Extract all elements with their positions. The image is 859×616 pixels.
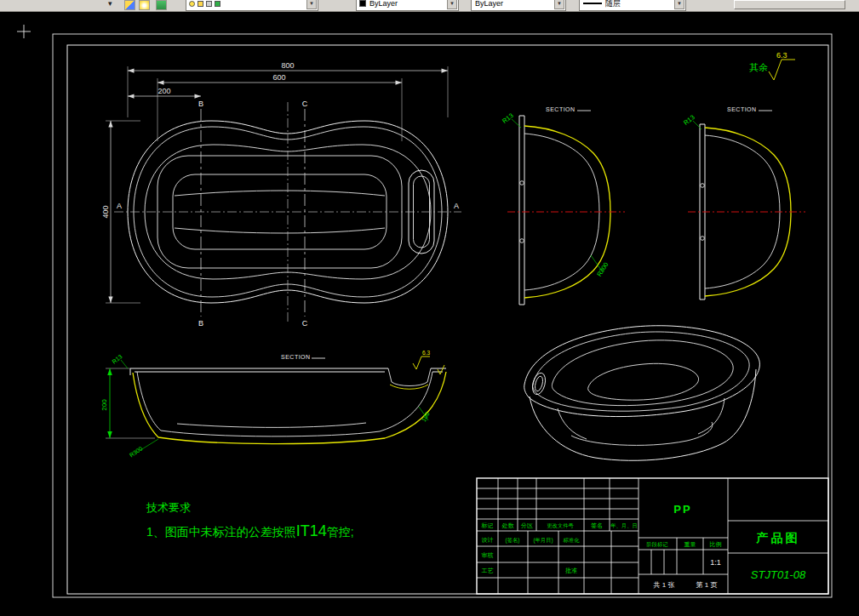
- lineweight-combo-value: 随层: [602, 0, 621, 9]
- label-sign2: (签名): [506, 537, 520, 544]
- sheet-page: 第 1 页: [696, 581, 718, 589]
- surplus-label: 其余: [749, 62, 768, 72]
- section-marker-a: A: [117, 202, 122, 210]
- section-label: SECTION: [727, 106, 757, 112]
- color-combo-value: ByLayer: [366, 0, 398, 8]
- roughness-value: 6.3: [776, 51, 787, 60]
- color-swatch: [359, 0, 366, 7]
- drawing-number: STJT01-08: [751, 568, 806, 581]
- label-count: 处数: [502, 522, 515, 529]
- layer-on-icon: [189, 1, 195, 7]
- make-layer-current-icon[interactable]: [156, 0, 167, 10]
- drawing-canvas[interactable]: A A B B C C 800 600 200 400 SECTION: [0, 11, 859, 616]
- section-marker-c: C: [302, 100, 308, 108]
- tech-title: 技术要求: [146, 501, 191, 514]
- chevron-down-icon[interactable]: ▼: [674, 0, 684, 9]
- label-change-file: 更改文件号: [547, 522, 574, 528]
- section-label: SECTION: [281, 354, 311, 360]
- dim-400: 400: [101, 205, 110, 218]
- chevron-down-icon[interactable]: ▼: [306, 0, 317, 9]
- drawing-title: 产品图: [756, 531, 800, 545]
- dim-200: 200: [157, 87, 170, 95]
- label-approve: 批准: [565, 568, 577, 574]
- model-space-background[interactable]: [0, 11, 859, 616]
- layer-color-swatch: [215, 1, 220, 7]
- label-scale: 比例: [710, 541, 722, 548]
- dim-600: 600: [272, 73, 285, 82]
- label-zone: 分区: [520, 522, 533, 528]
- section-marker-b: B: [198, 100, 203, 108]
- label-sign: 签名: [591, 522, 603, 529]
- sheet-total: 共 1 张: [654, 581, 675, 589]
- label-craft: 工艺: [482, 568, 494, 573]
- roughness-value: 6.3: [422, 350, 430, 356]
- color-combo[interactable]: ByLayer ▼: [356, 0, 459, 11]
- section-marker-b: B: [198, 319, 203, 328]
- layer-lock-icon: [206, 1, 212, 7]
- tech-item-1: 1、图面中未标注的公差按照IT14管控;: [146, 522, 354, 539]
- toolbar: ▾ ▼ ByLayer ▼ ByLayer ▼ 随层 ▼: [0, 0, 859, 12]
- label-design: 设计: [482, 537, 494, 543]
- section-marker-c: C: [302, 319, 308, 328]
- layer-thaw-icon: [198, 1, 203, 7]
- dim-depth-200: 200: [100, 399, 108, 411]
- layer-combo[interactable]: ▼: [186, 0, 318, 11]
- application-window: ▾ ▼ ByLayer ▼ ByLayer ▼ 随层 ▼: [0, 0, 859, 616]
- label-date: 年、月、日: [610, 522, 637, 529]
- label-review: 审核: [482, 552, 494, 559]
- layer-states-icon[interactable]: [139, 0, 150, 10]
- toolbar-blank-button[interactable]: [734, 0, 845, 9]
- toolbar-overflow-icon[interactable]: ▾: [108, 0, 112, 8]
- linetype-combo-value: ByLayer: [472, 0, 503, 8]
- linetype-combo[interactable]: ByLayer ▼: [471, 0, 566, 11]
- scale-value: 1:1: [710, 558, 721, 567]
- layer-properties-icon[interactable]: [124, 0, 135, 10]
- label-mark: 标记: [481, 522, 494, 529]
- dim-800: 800: [281, 61, 294, 70]
- chevron-down-icon[interactable]: ▼: [554, 0, 564, 9]
- section-marker-a: A: [454, 202, 459, 210]
- label-stage: 阶段标记: [646, 541, 668, 548]
- label-standardize: 标准化: [563, 537, 581, 544]
- lineweight-sample-icon: [583, 3, 602, 4]
- section-label: SECTION: [546, 106, 576, 112]
- label-weight: 重量: [684, 541, 696, 547]
- label-date2: (年月日): [533, 537, 553, 544]
- lineweight-combo[interactable]: 随层 ▼: [579, 0, 686, 11]
- material-value: PP: [673, 503, 691, 516]
- chevron-down-icon[interactable]: ▼: [447, 0, 457, 9]
